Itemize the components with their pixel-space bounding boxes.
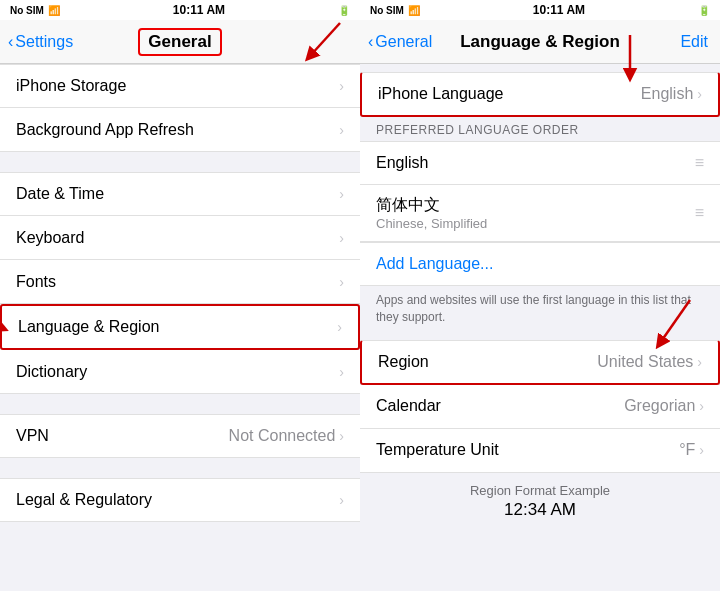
right-status-bar: No SIM 📶 10:11 AM 🔋	[360, 0, 720, 20]
section-storage: iPhone Storage › Background App Refresh …	[0, 64, 360, 152]
right-time: 10:11 AM	[533, 3, 585, 17]
language-region-label: Language & Region	[18, 318, 159, 336]
vpn-label: VPN	[16, 427, 49, 445]
left-back-button[interactable]: ‹ Settings	[8, 33, 73, 51]
legal-chevron: ›	[339, 492, 344, 508]
section-vpn: VPN Not Connected ›	[0, 414, 360, 458]
calendar-value: Gregorian	[624, 397, 695, 415]
preferred-language-header: PREFERRED LANGUAGE ORDER	[360, 117, 720, 141]
fonts-label: Fonts	[16, 273, 56, 291]
region-value-group: United States ›	[597, 353, 702, 371]
chinese-primary: 简体中文	[376, 195, 695, 216]
left-panel: No SIM 📶 10:11 AM 🔋 ‹ Settings General	[0, 0, 360, 591]
english-drag-handle-icon: ≡	[695, 154, 704, 172]
arrow-to-language-region-icon	[0, 296, 22, 346]
english-lang-text: English	[376, 154, 695, 172]
left-carrier-icons: No SIM 📶	[10, 5, 60, 16]
calendar-row[interactable]: Calendar Gregorian ›	[360, 385, 720, 429]
temperature-label: Temperature Unit	[376, 441, 499, 459]
date-time-label: Date & Time	[16, 185, 104, 203]
calendar-label: Calendar	[376, 397, 441, 415]
background-app-chevron: ›	[339, 122, 344, 138]
english-language-row[interactable]: English ≡	[360, 141, 720, 185]
arrow-to-region-icon	[600, 295, 700, 353]
dictionary-chevron: ›	[339, 364, 344, 380]
background-app-refresh-label: Background App Refresh	[16, 121, 194, 139]
chinese-language-row[interactable]: 简体中文 Chinese, Simplified ≡	[360, 185, 720, 242]
right-back-button[interactable]: ‹ General	[368, 33, 432, 51]
chinese-lang-text: 简体中文 Chinese, Simplified	[376, 195, 695, 231]
temperature-value-group: °F ›	[679, 441, 704, 459]
left-no-sim: No SIM	[10, 5, 44, 16]
left-nav-title: General	[138, 28, 221, 56]
vpn-status: Not Connected	[229, 427, 336, 445]
temperature-value: °F	[679, 441, 695, 459]
date-time-chevron: ›	[339, 186, 344, 202]
left-settings-list: iPhone Storage › Background App Refresh …	[0, 64, 360, 522]
background-app-refresh-row[interactable]: Background App Refresh ›	[0, 108, 360, 152]
right-carrier-icons: No SIM 📶	[370, 5, 420, 16]
right-battery-icons: 🔋	[698, 5, 710, 16]
left-back-chevron-icon: ‹	[8, 33, 13, 51]
vpn-chevron: ›	[339, 428, 344, 444]
language-region-chevron: ›	[337, 319, 342, 335]
region-format-value: 12:34 AM	[376, 500, 704, 520]
right-back-chevron-icon: ‹	[368, 33, 373, 51]
chinese-drag-handle-icon: ≡	[695, 204, 704, 222]
iphone-storage-chevron: ›	[339, 78, 344, 94]
dictionary-row[interactable]: Dictionary ›	[0, 350, 360, 394]
date-time-row[interactable]: Date & Time ›	[0, 172, 360, 216]
right-wifi-icon: 📶	[408, 5, 420, 16]
arrow-to-iphone-language-icon	[600, 30, 660, 85]
right-edit-button[interactable]: Edit	[680, 33, 708, 51]
iphone-language-row[interactable]: iPhone Language English ›	[360, 72, 720, 117]
left-back-label: Settings	[15, 33, 73, 51]
calendar-value-group: Gregorian ›	[624, 397, 704, 415]
language-region-row[interactable]: Language & Region ›	[0, 304, 360, 350]
left-status-bar: No SIM 📶 10:11 AM 🔋	[0, 0, 360, 20]
iphone-language-value: English	[641, 85, 693, 103]
english-primary: English	[376, 154, 695, 172]
right-no-sim: No SIM	[370, 5, 404, 16]
left-time: 10:11 AM	[173, 3, 225, 17]
left-nav-bar: ‹ Settings General	[0, 20, 360, 64]
left-battery-icon: 🔋	[338, 5, 350, 16]
region-value: United States	[597, 353, 693, 371]
iphone-storage-row[interactable]: iPhone Storage ›	[0, 64, 360, 108]
keyboard-chevron: ›	[339, 230, 344, 246]
arrow-to-general-icon	[270, 18, 350, 68]
vpn-row[interactable]: VPN Not Connected ›	[0, 414, 360, 458]
fonts-row[interactable]: Fonts ›	[0, 260, 360, 304]
region-format-title: Region Format Example	[376, 483, 704, 498]
chinese-secondary: Chinese, Simplified	[376, 216, 695, 231]
add-language-row[interactable]: Add Language...	[360, 242, 720, 286]
left-battery-icons: 🔋	[338, 5, 350, 16]
language-list: English ≡ 简体中文 Chinese, Simplified ≡	[360, 141, 720, 242]
fonts-chevron: ›	[339, 274, 344, 290]
region-label: Region	[378, 353, 429, 371]
iphone-language-chevron: ›	[697, 86, 702, 102]
calendar-chevron: ›	[699, 398, 704, 414]
region-chevron: ›	[697, 354, 702, 370]
right-panel: No SIM 📶 10:11 AM 🔋 ‹ General Language &…	[360, 0, 720, 591]
vpn-value: Not Connected ›	[229, 427, 344, 445]
right-nav-title: Language & Region	[460, 32, 620, 52]
region-format-section: Region Format Example 12:34 AM	[360, 473, 720, 530]
left-wifi-icon: 📶	[48, 5, 60, 16]
iphone-language-label: iPhone Language	[378, 85, 503, 103]
keyboard-label: Keyboard	[16, 229, 85, 247]
section-datetime: Date & Time › Keyboard › Fonts › Languag…	[0, 172, 360, 394]
dictionary-label: Dictionary	[16, 363, 87, 381]
iphone-storage-label: iPhone Storage	[16, 77, 126, 95]
legal-regulatory-label: Legal & Regulatory	[16, 491, 152, 509]
right-back-label: General	[375, 33, 432, 51]
right-battery-icon: 🔋	[698, 5, 710, 16]
keyboard-row[interactable]: Keyboard ›	[0, 216, 360, 260]
section-legal: Legal & Regulatory ›	[0, 478, 360, 522]
iphone-language-value-group: English ›	[641, 85, 702, 103]
right-nav-bar: ‹ General Language & Region Edit	[360, 20, 720, 64]
temperature-chevron: ›	[699, 442, 704, 458]
legal-regulatory-row[interactable]: Legal & Regulatory ›	[0, 478, 360, 522]
temperature-row[interactable]: Temperature Unit °F ›	[360, 429, 720, 473]
